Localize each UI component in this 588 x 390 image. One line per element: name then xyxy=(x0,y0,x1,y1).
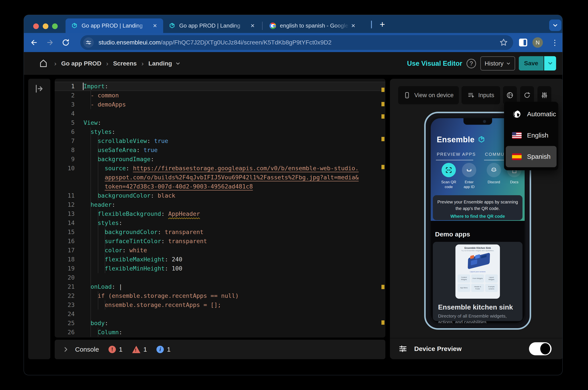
forward-icon[interactable] xyxy=(46,38,54,47)
code-line[interactable]: 17 color: white xyxy=(55,246,385,255)
tab-search-chevron-button[interactable] xyxy=(549,19,561,31)
language-option-label: Automatic xyxy=(527,110,556,118)
action-app-id[interactable]: Enter app ID xyxy=(457,163,481,189)
back-icon[interactable] xyxy=(30,38,38,47)
code-line[interactable]: 9 backgroundImage: xyxy=(55,155,385,164)
language-option-english[interactable]: English xyxy=(506,125,557,146)
use-visual-editor-link[interactable]: Use Visual Editor xyxy=(407,52,462,75)
console-bar[interactable]: Console ! 1 ! 1 i 1 xyxy=(55,340,385,359)
code-line[interactable]: 4 xyxy=(55,109,385,118)
code-line[interactable]: 3 - demoApps xyxy=(55,100,385,109)
code-line[interactable]: 20 xyxy=(55,273,385,282)
indent-guide xyxy=(98,209,98,273)
code-line[interactable]: 15 backgroundColor: transparent xyxy=(55,228,385,237)
action-label: Docs xyxy=(510,180,519,185)
code-line[interactable]: 11 backgroundColor: black xyxy=(55,191,385,200)
tab-preview-apps[interactable]: PREVIEW APPS xyxy=(437,152,476,157)
console-label: Console xyxy=(75,346,99,353)
line-number: 13 xyxy=(55,209,75,218)
new-tab-button[interactable]: + xyxy=(376,19,388,30)
view-on-device-button[interactable]: View on device xyxy=(398,86,459,104)
inputs-button[interactable]: Inputs xyxy=(461,86,500,104)
screenshot-stage: Go app PROD | Landing✕Go app PROD | Land… xyxy=(0,0,588,390)
line-number: 22 xyxy=(55,291,75,300)
line-number: 21 xyxy=(55,282,75,291)
code-line[interactable]: 14 styles: xyxy=(55,218,385,228)
address-bar[interactable]: studio.ensembleui.com/app/FhQC7J2DjXTg0U… xyxy=(80,35,513,50)
code-line[interactable]: 1Import: xyxy=(55,82,385,91)
code-line[interactable]: 6 styles: xyxy=(55,127,385,137)
site-settings-icon[interactable] xyxy=(83,37,94,48)
browser-tab[interactable]: Go app PROD | Landing✕ xyxy=(163,18,261,33)
bookmark-star-icon[interactable] xyxy=(499,38,508,47)
home-icon[interactable] xyxy=(38,58,49,68)
tab-close-icon[interactable]: ✕ xyxy=(151,22,159,30)
code-text: scrollableView: true xyxy=(84,137,168,146)
ruler-warning-mark xyxy=(382,88,385,92)
code-text: styles: xyxy=(84,127,115,137)
ruler-warning-mark xyxy=(382,114,385,119)
side-panel-icon[interactable] xyxy=(519,39,527,47)
code-line[interactable]: 21 onLoad: | xyxy=(55,282,385,291)
qr-card-link[interactable]: Where to find the QR code xyxy=(433,214,523,219)
code-line[interactable]: 2 - common xyxy=(55,91,385,100)
chevron-right-icon[interactable] xyxy=(62,346,69,353)
console-error-badge: ! 1 xyxy=(108,346,123,353)
save-button[interactable]: Save xyxy=(519,56,543,70)
browser-menu-icon[interactable]: ⋮ xyxy=(551,37,558,48)
language-option-spanish[interactable]: Spanish xyxy=(506,146,557,167)
code-line[interactable]: 12 header: xyxy=(55,200,385,209)
code-text: - common xyxy=(84,91,119,100)
code-line[interactable]: appspot.com/o/builds%2F4qJvbIFIJ5Vou69P4… xyxy=(55,173,385,182)
mock-button-grid: Content WidgetsForm WidgetsLayout Widget… xyxy=(458,274,498,292)
code-line[interactable]: 19 flexibleMinHeight: 100 xyxy=(55,264,385,273)
language-option-automatic[interactable]: Automatic xyxy=(506,103,557,125)
tab-close-icon[interactable]: ✕ xyxy=(349,22,357,30)
code-line[interactable]: 8 useSafeArea: true xyxy=(55,146,385,155)
line-number: 15 xyxy=(55,228,75,237)
breadcrumb-item[interactable]: Go app PROD xyxy=(61,60,101,67)
code-line[interactable]: 7 scrollableView: true xyxy=(55,137,385,146)
save-dropdown-button[interactable] xyxy=(544,56,556,70)
globe-icon xyxy=(512,109,522,119)
profile-avatar[interactable]: N xyxy=(533,37,543,48)
code-line[interactable]: 10 source: https://firebasestorage.googl… xyxy=(55,164,385,173)
tab-title: Go app PROD | Landing xyxy=(82,22,151,29)
code-editor[interactable]: 1Import:2 - common3 - demoApps45View:6 s… xyxy=(55,79,385,338)
qr-info-card: Preview your Ensemble apps by scanning t… xyxy=(433,195,523,220)
chevron-down-icon xyxy=(552,22,558,29)
breadcrumb-item[interactable]: Landing xyxy=(148,60,172,67)
browser-tab[interactable]: english to spanish - Google S✕ xyxy=(264,18,361,33)
code-line[interactable]: 5View: xyxy=(55,118,385,127)
demo-app-card[interactable]: Ensemble Kitchen Sink Try out Ensemble w… xyxy=(433,242,523,321)
code-line[interactable]: 24 xyxy=(55,309,385,319)
code-line[interactable]: 25 body: xyxy=(55,319,385,328)
code-text: - demoApps xyxy=(84,100,126,109)
tune-icon xyxy=(398,344,408,353)
code-line[interactable]: 18 flexibleMaxHeight: 240 xyxy=(55,255,385,264)
reload-icon[interactable] xyxy=(61,38,70,47)
help-icon: ? xyxy=(470,60,473,67)
chevron-down-icon[interactable] xyxy=(175,61,181,66)
code-line[interactable]: 16 surfaceTintColor: transparent xyxy=(55,237,385,246)
traffic-light-minimize[interactable] xyxy=(43,23,49,29)
code-line[interactable]: token=427d38c3-007d-40d2-9003-49562ad481… xyxy=(55,182,385,191)
tab-close-icon[interactable]: ✕ xyxy=(249,22,256,30)
breadcrumb-item[interactable]: Screens xyxy=(113,60,137,67)
help-button[interactable]: ? xyxy=(466,59,476,68)
traffic-light-zoom[interactable] xyxy=(52,23,58,29)
line-number: 9 xyxy=(55,155,75,164)
action-label: Discord xyxy=(488,180,500,185)
history-button[interactable]: History xyxy=(480,56,515,70)
error-icon: ! xyxy=(108,346,116,353)
code-line[interactable]: 22 if (ensemble.storage.recentApps == nu… xyxy=(55,291,385,300)
browser-window: Go app PROD | Landing✕Go app PROD | Land… xyxy=(24,15,562,375)
code-line[interactable]: 13 flexibleBackground: AppHeader xyxy=(55,209,385,218)
traffic-light-close[interactable] xyxy=(33,23,39,29)
device-preview-toggle[interactable] xyxy=(529,342,551,355)
language-option-label: English xyxy=(527,132,548,139)
expand-sidebar-icon[interactable] xyxy=(34,84,44,94)
browser-tab[interactable]: Go app PROD | Landing✕ xyxy=(65,18,163,33)
code-line[interactable]: 23 ensemble.storage.recentApps = []; xyxy=(55,300,385,309)
code-line[interactable]: 26 Column: xyxy=(55,328,385,337)
